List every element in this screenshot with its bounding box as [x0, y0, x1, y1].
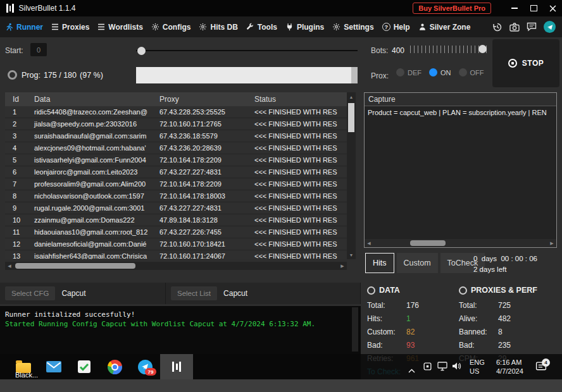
table-row[interactable]: 8nicholasvarison@outlook.com:159772.10.1… [5, 190, 347, 202]
start-label: Start: [5, 46, 23, 55]
tray-volume-icon[interactable] [451, 362, 461, 373]
toolbar-item-settings[interactable]: Settings [332, 23, 373, 32]
table-row[interactable]: 4alexcjones09@hotmail.com:habana'67.43.2… [5, 142, 347, 154]
chrome-icon[interactable] [107, 359, 122, 374]
prox-option-off[interactable]: OFF [459, 68, 484, 77]
cell-proxy: 72.10.164.178:2209 [156, 156, 251, 164]
scroll-thumb[interactable] [410, 240, 446, 246]
camera-icon[interactable] [509, 23, 520, 32]
scroll-up-arrow[interactable]: ▲ [347, 92, 356, 101]
tray-chevron-icon[interactable] [408, 364, 415, 376]
buy-pro-button[interactable]: Buy SilverBullet Pro [413, 3, 491, 14]
slider-ticks [410, 46, 489, 53]
toolbar-item-wordlists[interactable]: Wordlists [97, 23, 142, 32]
clock-date: 4/7/2024 [496, 367, 523, 376]
clock[interactable]: 6:16 AM 4/7/2024 [496, 358, 523, 376]
table-hscrollbar[interactable]: ◀ ▶ [5, 262, 347, 270]
start-slider[interactable] [136, 46, 358, 56]
select-cfg-button[interactable]: Select CFG [5, 286, 55, 300]
column-header-id[interactable]: Id [5, 95, 30, 104]
toolbar-item-silver-zone[interactable]: Silver Zone [418, 23, 471, 32]
table-row[interactable]: 10zzainmu@gmail.com:Domas22247.89.184.18… [5, 214, 347, 226]
scroll-right-arrow[interactable]: ▶ [338, 262, 347, 270]
prog-label: Prog: [22, 71, 41, 80]
table-row[interactable]: 11hidaouianas10@gmail.com:root_81267.43.… [5, 226, 347, 238]
telegram-taskbar-icon[interactable]: 79 [137, 359, 153, 374]
column-header-data[interactable]: Data [30, 95, 156, 104]
prox-option-on[interactable]: ON [429, 68, 451, 77]
cell-id: 5 [5, 156, 30, 164]
desktop-icon-label[interactable]: Black... [15, 371, 38, 379]
cell-proxy: 72.10.160.170:18421 [156, 240, 251, 248]
action-center-icon[interactable]: 4 [535, 361, 547, 374]
capture-content: Product = capcut_web | PLAN = subscripti… [365, 106, 556, 119]
table-row[interactable]: 5istivasarhelyi@gmail.com:Funn200472.10.… [5, 154, 347, 166]
scroll-left-arrow[interactable]: ◀ [5, 262, 14, 270]
toolbar-item-configs[interactable]: Configs [151, 23, 191, 32]
table-row[interactable]: 6leonjairorc@gmail.com:Leito202367.43.22… [5, 166, 347, 178]
toolbar-item-runner[interactable]: Runner [5, 23, 43, 32]
table-row[interactable]: 2jialsa@speedy.com.pe:2303201672.10.160.… [5, 118, 347, 130]
radio-icon [396, 68, 404, 77]
telegram-icon[interactable] [544, 21, 556, 33]
stat-value: 93 [406, 341, 415, 350]
proxies-ring-icon [459, 286, 467, 295]
slider-thumb[interactable] [137, 47, 146, 55]
app-logo-icon [6, 4, 14, 13]
toolbar-item-help[interactable]: ?Help [382, 23, 410, 32]
cell-id: 6 [5, 168, 30, 176]
maximize-button[interactable] [524, 0, 543, 16]
table-row[interactable]: 9rugal.rugale.2000@gmail.com:300167.43.2… [5, 202, 347, 214]
tray-stop-icon[interactable] [423, 362, 432, 374]
toolbar-item-plugins[interactable]: Plugins [285, 23, 324, 32]
data-ring-icon [367, 286, 375, 295]
toolbar: RunnerProxiesWordlistsConfigsHits DBTool… [0, 16, 562, 37]
cell-id: 12 [5, 240, 30, 248]
scroll-thumb[interactable] [348, 103, 354, 132]
tab-hits[interactable]: Hits [365, 253, 394, 273]
stat-row-total: Total:176 [367, 298, 456, 312]
close-button[interactable] [543, 0, 562, 16]
clock-time: 6:16 AM [496, 358, 523, 367]
history-icon[interactable] [492, 22, 503, 32]
cell-status: <<< FINISHED WITH RES [251, 192, 347, 200]
app-icon-green[interactable] [77, 359, 92, 374]
log-scrollbar[interactable] [352, 307, 358, 352]
column-header-status[interactable]: Status [251, 95, 347, 104]
minimize-button[interactable] [505, 0, 524, 16]
mail-icon[interactable] [46, 359, 61, 374]
silverbullet-taskbar-button[interactable] [160, 354, 193, 379]
list-icon [51, 23, 59, 30]
tab-custom[interactable]: Custom [397, 253, 438, 273]
slider-track [136, 50, 358, 51]
slider-thumb[interactable] [478, 45, 487, 53]
column-header-proxy[interactable]: Proxy [156, 95, 251, 104]
stat-row-custom: Custom:82 [367, 325, 456, 338]
language-indicator[interactable]: ENG US [470, 358, 485, 376]
capture-hscrollbar[interactable]: ◀ ▶ [365, 239, 556, 247]
prox-option-def[interactable]: DEF [396, 68, 422, 77]
toolbar-item-hits-db[interactable]: Hits DB [199, 23, 237, 32]
stop-button[interactable]: STOP [492, 39, 559, 87]
table-row[interactable]: 12danielamesoficial@gmail.com:Danié72.10… [5, 238, 347, 250]
toolbar-item-tools[interactable]: Tools [246, 23, 277, 32]
scroll-thumb[interactable] [15, 263, 135, 269]
select-list-button[interactable]: Select List [171, 286, 217, 300]
table-row[interactable]: 7professoralim9@gmail.com:Alim20072.10.1… [5, 178, 347, 190]
scroll-down-arrow[interactable]: ▼ [347, 250, 356, 259]
cell-proxy: 67.43.228.253:25525 [156, 108, 251, 116]
scroll-left-arrow[interactable]: ◀ [365, 239, 373, 247]
scroll-right-arrow[interactable]: ▶ [547, 239, 556, 247]
titlebar[interactable]: SilverBullet 1.1.4 Buy SilverBullet Pro [0, 0, 562, 16]
chat-icon[interactable] [527, 22, 537, 32]
table-row[interactable]: 3suraishaadinaufal@gmail.com:sarim67.43.… [5, 130, 347, 142]
table-vscrollbar[interactable]: ▲ ▼ [347, 92, 356, 259]
table-row[interactable]: 13isaiahfisher643@gmail.com:Chrisica72.1… [5, 250, 347, 259]
config-bar: Select CFG Capcut Select List Capcut [0, 283, 361, 304]
table-row[interactable]: 1ridic54408@trazeco.com:Zeeshan@67.43.22… [5, 106, 347, 118]
cell-status: <<< FINISHED WITH RES [251, 216, 347, 224]
bots-slider[interactable] [410, 43, 489, 56]
tray-display-icon[interactable] [437, 362, 447, 374]
start-input[interactable]: 0 [30, 43, 47, 56]
toolbar-item-proxies[interactable]: Proxies [51, 23, 89, 32]
